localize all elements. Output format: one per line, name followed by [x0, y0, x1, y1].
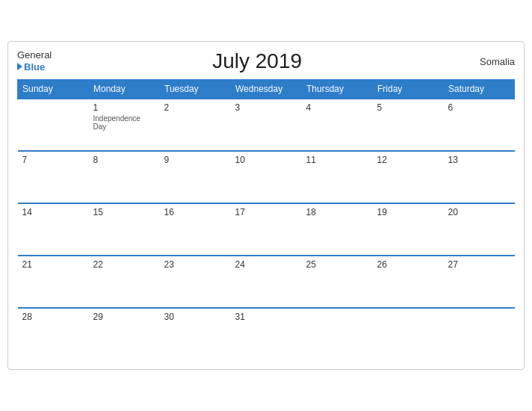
calendar-cell: 13: [444, 151, 515, 203]
day-number: 26: [377, 259, 439, 270]
day-number: 31: [235, 312, 297, 322]
holiday-label: Independence Day: [93, 114, 155, 131]
week-row-4: 21222324252627: [18, 256, 515, 308]
logo-general-text: General: [17, 50, 52, 61]
calendar-cell: 22: [89, 256, 160, 308]
weekday-header-sunday: Sunday: [18, 80, 89, 99]
day-number: 3: [235, 102, 297, 113]
week-row-5: 28293031: [18, 308, 515, 360]
week-row-3: 14151617181920: [18, 203, 515, 256]
weekday-header-saturday: Saturday: [444, 80, 515, 99]
day-number: 17: [235, 207, 297, 217]
day-number: 30: [164, 312, 226, 322]
calendar-cell: 29: [89, 308, 160, 360]
calendar-cell: 21: [18, 256, 89, 308]
weekday-header-thursday: Thursday: [302, 80, 373, 99]
day-number: 9: [164, 155, 226, 165]
calendar-cell: 25: [302, 256, 373, 308]
calendar-cell: 16: [160, 203, 231, 256]
calendar-cell: 8: [89, 151, 160, 203]
calendar-cell: [373, 308, 444, 360]
day-number: 8: [93, 155, 155, 165]
day-number: 6: [448, 102, 510, 113]
day-number: 1: [93, 102, 155, 113]
day-number: 4: [306, 102, 368, 113]
calendar-cell: [302, 308, 373, 360]
day-number: 24: [235, 259, 297, 270]
logo-blue-text: Blue: [17, 61, 45, 72]
calendar-cell: 27: [444, 256, 515, 308]
day-number: 10: [235, 155, 297, 165]
calendar-cell: 24: [231, 256, 302, 308]
calendar-cell: 5: [373, 99, 444, 151]
calendar-cell: 26: [373, 256, 444, 308]
week-row-2: 78910111213: [18, 151, 515, 203]
calendar-cell: 18: [302, 203, 373, 256]
day-number: 11: [306, 155, 368, 165]
calendar-cell: 20: [444, 203, 515, 256]
logo-area: General Blue: [17, 50, 52, 72]
day-number: 12: [377, 155, 439, 165]
calendar-cell: 6: [444, 99, 515, 151]
calendar-header: General Blue July 2019 Somalia: [17, 49, 515, 73]
weekday-header-wednesday: Wednesday: [231, 80, 302, 99]
calendar-cell: 4: [302, 99, 373, 151]
calendar-cell: [444, 308, 515, 360]
day-number: 13: [448, 155, 510, 165]
day-number: 18: [306, 207, 368, 217]
day-number: 14: [22, 207, 84, 217]
calendar-cell: 3: [231, 99, 302, 151]
calendar-cell: 17: [231, 203, 302, 256]
day-number: 16: [164, 207, 226, 217]
day-number: 22: [93, 259, 155, 270]
day-number: 7: [22, 155, 84, 165]
calendar-cell: 7: [18, 151, 89, 203]
calendar-cell: 1Independence Day: [89, 99, 160, 151]
day-number: 28: [22, 312, 84, 322]
calendar-cell: 28: [18, 308, 89, 360]
calendar-title: July 2019: [52, 49, 463, 73]
calendar-cell: 12: [373, 151, 444, 203]
day-number: 23: [164, 259, 226, 270]
weekday-header-monday: Monday: [89, 80, 160, 99]
calendar-cell: 15: [89, 203, 160, 256]
calendar-grid: SundayMondayTuesdayWednesdayThursdayFrid…: [17, 79, 515, 360]
calendar-cell: 23: [160, 256, 231, 308]
calendar-cell: 30: [160, 308, 231, 360]
calendar-container: General Blue July 2019 Somalia SundayMon…: [7, 41, 525, 370]
day-number: 29: [93, 312, 155, 322]
country-name: Somalia: [463, 56, 515, 67]
calendar-cell: [18, 99, 89, 151]
weekday-header-tuesday: Tuesday: [160, 80, 231, 99]
calendar-cell: 14: [18, 203, 89, 256]
calendar-cell: 10: [231, 151, 302, 203]
calendar-cell: 2: [160, 99, 231, 151]
day-number: 15: [93, 207, 155, 217]
day-number: 20: [448, 207, 510, 217]
calendar-cell: 11: [302, 151, 373, 203]
day-number: 2: [164, 102, 226, 113]
weekday-header-row: SundayMondayTuesdayWednesdayThursdayFrid…: [18, 80, 515, 99]
day-number: 21: [22, 259, 84, 270]
logo-triangle-icon: [17, 63, 22, 70]
calendar-cell: 31: [231, 308, 302, 360]
day-number: 27: [448, 259, 510, 270]
week-row-1: 1Independence Day23456: [18, 99, 515, 151]
weekday-header-friday: Friday: [373, 80, 444, 99]
day-number: 5: [377, 102, 439, 113]
calendar-cell: 9: [160, 151, 231, 203]
day-number: 19: [377, 207, 439, 217]
calendar-cell: 19: [373, 203, 444, 256]
day-number: 25: [306, 259, 368, 270]
